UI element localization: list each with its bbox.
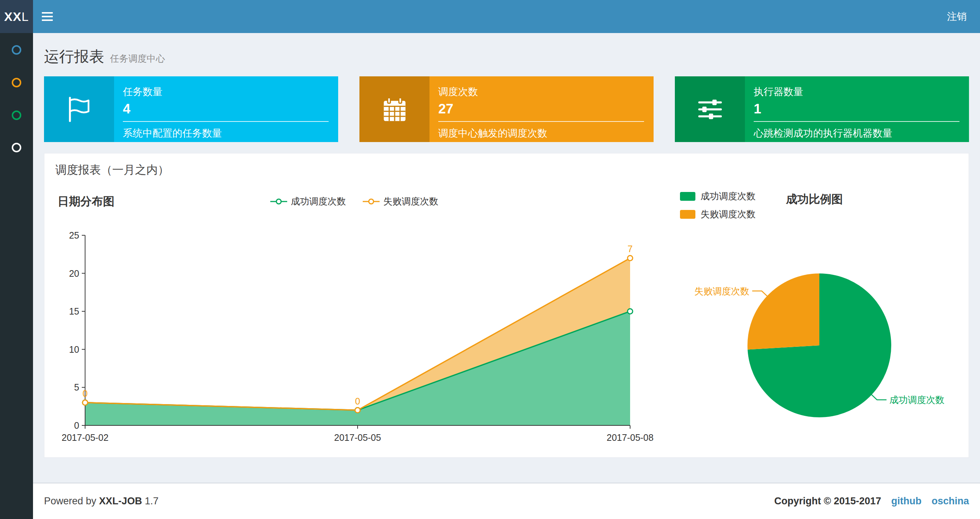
svg-text:2017-05-05: 2017-05-05	[334, 433, 381, 443]
main-content: 运行报表任务调度中心 任务数量 4 系统中配置的任务数量	[33, 33, 980, 458]
pie-chart-legend: 成功调度次数 失败调度次数	[680, 190, 756, 220]
info-box-icon-area	[44, 76, 114, 142]
legend-item-fail[interactable]: 失败调度次数	[363, 195, 438, 208]
sidebar-toggle-button[interactable]	[33, 0, 62, 33]
svg-text:2017-05-08: 2017-05-08	[607, 433, 654, 443]
circle-icon	[12, 110, 21, 120]
legend-label: 成功调度次数	[291, 195, 346, 208]
github-link[interactable]: github	[891, 495, 921, 506]
info-box-title: 调度次数	[438, 85, 644, 98]
product-version: 1.7	[145, 495, 159, 506]
info-box-body: 任务数量 4 系统中配置的任务数量	[114, 76, 338, 142]
legend-item-fail[interactable]: 失败调度次数	[680, 208, 756, 220]
info-box-jobs: 任务数量 4 系统中配置的任务数量	[44, 76, 338, 142]
sidebar-item-1[interactable]	[0, 40, 33, 60]
copyright-text: Copyright © 2015-2017	[774, 495, 881, 506]
copyright-area: Copyright © 2015-2017 github oschina	[774, 495, 969, 507]
line-chart-legend: 成功调度次数 失败调度次数	[270, 195, 438, 208]
top-navbar: XXL 注销	[0, 0, 980, 33]
info-box-body: 调度次数 27 调度中心触发的调度次数	[430, 76, 654, 142]
svg-text:2017-05-02: 2017-05-02	[62, 433, 108, 443]
divider	[123, 121, 329, 122]
svg-text:15: 15	[69, 306, 79, 316]
logo-text-light: L	[22, 10, 29, 24]
sidebar-item-4[interactable]	[0, 137, 33, 158]
sidebar-item-2[interactable]	[0, 72, 33, 93]
legend-item-success[interactable]: 成功调度次数	[680, 190, 756, 202]
info-box-description: 心跳检测成功的执行器机器数量	[754, 127, 959, 140]
info-box-body: 执行器数量 1 心跳检测成功的执行器机器数量	[745, 76, 969, 142]
pie-chart: 成功调度次数失败调度次数	[653, 227, 969, 454]
report-panel: 调度报表（一月之内） 日期分布图 成功调度次数 失败调度次数 051015202…	[44, 153, 969, 458]
info-box-triggers: 调度次数 27 调度中心触发的调度次数	[360, 76, 654, 142]
svg-text:0: 0	[355, 396, 360, 406]
info-box-description: 系统中配置的任务数量	[123, 127, 329, 140]
info-box-icon-area	[675, 76, 745, 142]
circle-icon	[12, 143, 21, 152]
line-chart: 05101520252017-05-022017-05-052017-05-08…	[45, 216, 675, 458]
info-box-value: 4	[123, 101, 329, 117]
svg-text:5: 5	[74, 382, 79, 392]
divider	[754, 121, 959, 122]
page-subtitle: 任务调度中心	[110, 53, 165, 64]
legend-item-success[interactable]: 成功调度次数	[270, 195, 346, 208]
svg-text:失败调度次数: 失败调度次数	[694, 286, 749, 296]
legend-label: 失败调度次数	[383, 195, 438, 208]
info-box-executors: 执行器数量 1 心跳检测成功的执行器机器数量	[675, 76, 969, 142]
product-name: XXL-JOB	[99, 495, 142, 506]
svg-text:10: 10	[69, 344, 79, 355]
divider	[438, 121, 644, 122]
line-marker-icon	[270, 198, 287, 205]
info-box-icon-area	[360, 76, 430, 142]
oschina-link[interactable]: oschina	[932, 495, 969, 506]
line-marker-icon	[363, 198, 380, 205]
panel-title: 调度报表（一月之内）	[56, 162, 169, 178]
circle-icon	[12, 78, 21, 87]
logout-link[interactable]: 注销	[934, 0, 980, 33]
info-box-title: 任务数量	[123, 85, 329, 98]
summary-boxes: 任务数量 4 系统中配置的任务数量	[33, 76, 980, 142]
page-title: 运行报表	[44, 48, 104, 65]
legend-label: 失败调度次数	[700, 208, 756, 220]
svg-text:7: 7	[628, 244, 633, 254]
line-chart-title: 日期分布图	[57, 194, 115, 209]
svg-text:0: 0	[83, 388, 88, 399]
svg-text:成功调度次数: 成功调度次数	[889, 394, 944, 405]
info-box-title: 执行器数量	[754, 85, 959, 98]
pie-chart-title: 成功比例图	[786, 192, 843, 207]
page-header: 运行报表任务调度中心	[33, 33, 980, 76]
logo-text-bold: XX	[4, 10, 21, 24]
hamburger-icon	[42, 12, 53, 21]
svg-text:20: 20	[69, 268, 79, 279]
legend-label: 成功调度次数	[700, 190, 756, 202]
powered-by: Powered by XXL-JOB 1.7	[44, 495, 158, 507]
app-logo[interactable]: XXL	[0, 0, 33, 33]
info-box-value: 1	[754, 101, 959, 117]
circle-icon	[12, 45, 21, 55]
svg-text:0: 0	[74, 420, 79, 431]
powered-prefix: Powered by	[44, 495, 97, 506]
footer: Powered by XXL-JOB 1.7 Copyright © 2015-…	[33, 483, 980, 519]
info-box-description: 调度中心触发的调度次数	[438, 127, 644, 140]
info-box-value: 27	[438, 101, 644, 117]
sidebar	[0, 33, 33, 519]
calendar-icon	[381, 96, 409, 123]
sliders-icon	[696, 96, 724, 123]
swatch-icon	[680, 210, 695, 219]
flag-icon	[65, 96, 93, 123]
svg-text:25: 25	[69, 230, 79, 240]
sidebar-item-3[interactable]	[0, 105, 33, 126]
swatch-icon	[680, 192, 695, 201]
